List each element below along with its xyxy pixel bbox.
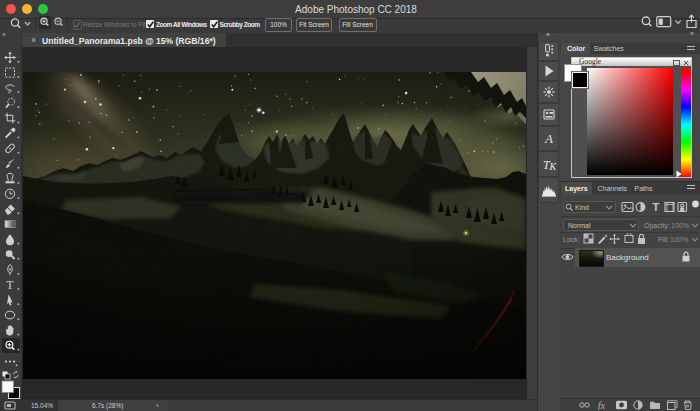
svg-text:T: T	[653, 201, 660, 213]
svg-text:T: T	[6, 278, 14, 292]
svg-text:K: K	[549, 161, 558, 172]
svg-text:A: A	[544, 131, 553, 146]
svg-text:fx: fx	[598, 401, 606, 411]
